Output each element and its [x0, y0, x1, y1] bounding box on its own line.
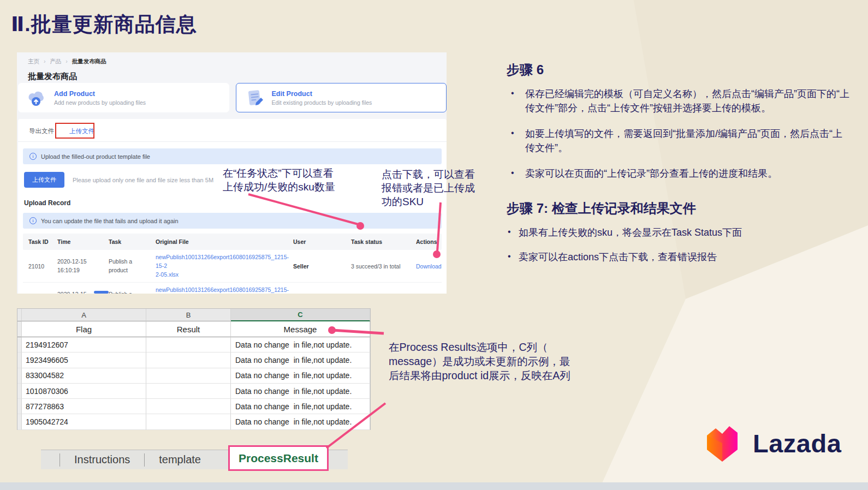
lazada-logo: Lazada	[700, 421, 841, 465]
cell-task: Publish a product	[109, 254, 156, 278]
cell-result[interactable]	[146, 384, 231, 399]
lazada-wordmark: Lazada	[753, 428, 841, 458]
cell-file-link[interactable]: newPublish100131266export1608016925875_1…	[156, 250, 293, 282]
row-header-gutter	[17, 337, 22, 352]
tab-export-file[interactable]: 导出文件	[29, 127, 54, 141]
row-header-gutter	[17, 384, 22, 399]
sheet-tab-instructions[interactable]: Instructions	[60, 453, 144, 466]
bullet: 保存已经编辑完的模板（可自定义名称），然后点击“编辑产品”页面下的“上传文件”部…	[507, 87, 851, 115]
column-letter-b[interactable]: B	[146, 309, 231, 321]
cell-flag[interactable]: 2194912607	[22, 337, 146, 352]
info-banner-template: i Upload the filled-out product template…	[23, 148, 442, 164]
bullet: 如果有上传失败的sku，将会显示在Task Status下面	[507, 226, 851, 240]
breadcrumb-current: 批量发布商品	[72, 58, 106, 64]
column-letter-a[interactable]: A	[22, 309, 146, 321]
breadcrumb-home[interactable]: 主页	[28, 58, 39, 64]
cell-file-link[interactable]: newPublish100131266export1608016925875_1…	[156, 283, 293, 294]
column-letters-row: A B C	[17, 309, 370, 321]
page-title: 批量发布商品	[28, 71, 447, 82]
table-header-row: Task ID Time Task Original File User Tas…	[23, 234, 442, 250]
upload-file-button[interactable]: 上传文件	[24, 172, 64, 188]
lazada-heart-icon	[700, 421, 744, 465]
cell-flag[interactable]: 1010870306	[22, 384, 146, 399]
sheet-row: 1010870306 Data no change in file,not up…	[17, 384, 370, 399]
info-banner-retry: i You can update the file that fails and…	[23, 213, 442, 229]
annotation-download: 点击下载，可以查看 报错或者是已上传成 功的SKU	[382, 168, 483, 208]
info-banner-text: You can update the file that fails and u…	[41, 218, 179, 224]
row-header-gutter	[17, 399, 22, 414]
cell-message[interactable]: Data no change in file,not update.	[231, 337, 370, 352]
breadcrumb: 主页 › 产品 › 批量发布商品	[17, 52, 447, 65]
cell-message[interactable]: Data no change in file,not update.	[231, 352, 370, 368]
cell-result[interactable]	[146, 368, 231, 384]
breadcrumb-products[interactable]: 产品	[50, 58, 61, 64]
col-original-file: Original File	[156, 238, 293, 245]
cell-message[interactable]: Data no change in file,not update.	[231, 399, 370, 414]
add-product-subtitle: Add new products by uploading files	[54, 99, 146, 106]
edit-product-title: Edit Product	[272, 90, 372, 98]
info-icon: i	[29, 217, 37, 224]
edit-product-subtitle: Edit existing products by uploading file…	[272, 99, 372, 106]
slide: Ⅱ.批量更新商品信息 主页 › 产品 › 批量发布商品 批量发布商品 Add P…	[0, 0, 868, 490]
cell-message[interactable]: Data no change in file,not update.	[231, 384, 370, 399]
cell-message[interactable]: Data no change in file,not update.	[231, 368, 370, 384]
row-header-gutter	[17, 321, 22, 337]
highlight-box-upload-tab	[55, 123, 94, 139]
upload-hint: Please upload only one file and file siz…	[73, 177, 213, 183]
cell-flag[interactable]: 833004582	[22, 368, 146, 384]
sheet-tab-bar: Instructions template ProcessResult	[41, 450, 348, 469]
column-letter-c[interactable]: C	[231, 309, 370, 321]
slide-title: Ⅱ.批量更新商品信息	[11, 11, 197, 38]
step-7-heading: 步骤 7: 检查上传记录和结果文件	[507, 200, 851, 217]
download-link[interactable]: Download	[416, 263, 442, 270]
step-6-heading: 步骤 6	[507, 61, 851, 79]
cell-flag[interactable]: 1923496605	[22, 352, 146, 368]
table-row: 21009 2020-12-15 15:58:23 Publish a prod…	[23, 283, 442, 294]
cell-result[interactable]	[146, 414, 231, 429]
row-header-gutter	[17, 414, 22, 429]
info-icon: i	[29, 153, 37, 160]
cell-result[interactable]	[146, 352, 231, 368]
add-product-title: Add Product	[54, 90, 146, 98]
col-actions: Actions	[416, 238, 442, 245]
edit-product-card[interactable]: Edit Product Edit existing products by u…	[236, 83, 447, 112]
table-row: 21010 2020-12-15 16:10:19 Publish a prod…	[23, 250, 442, 283]
cell-flag[interactable]: 877278863	[22, 399, 146, 414]
add-product-card[interactable]: Add Product Add new products by uploadin…	[18, 83, 229, 112]
cloud-upload-icon	[27, 88, 47, 107]
breadcrumb-separator: ›	[44, 58, 46, 64]
row-header-gutter	[17, 352, 22, 368]
bullet: 卖家可以在actions下点击下载，查看错误报告	[507, 250, 851, 265]
upload-record-table: Task ID Time Task Original File User Tas…	[23, 234, 442, 294]
horizontal-scrollbar[interactable]	[94, 291, 109, 294]
sheet-row: 1923496605 Data no change in file,not up…	[17, 352, 370, 368]
header-result[interactable]: Result	[146, 321, 231, 337]
cell-message[interactable]: Data no change in file,not update.	[231, 414, 370, 429]
info-banner-text: Upload the filled-out product template f…	[41, 153, 150, 160]
col-task-id: Task ID	[28, 238, 57, 245]
sheet-header-row: Flag Result Message	[17, 321, 370, 337]
header-message[interactable]: Message	[231, 321, 370, 337]
cell-user: Seller	[293, 263, 351, 270]
sheet-row: 833004582 Data no change in file,not upd…	[17, 368, 370, 384]
row-header-gutter	[17, 309, 22, 321]
sheet-row: 2194912607 Data no change in file,not up…	[17, 337, 370, 352]
col-task-status: Task status	[351, 238, 416, 245]
step-6-bullets: 保存已经编辑完的模板（可自定义名称），然后点击“编辑产品”页面下的“上传文件”部…	[507, 87, 851, 181]
sheet-tab-template[interactable]: template	[145, 453, 215, 466]
breadcrumb-separator: ›	[66, 58, 68, 64]
cell-task-id: 21010	[28, 263, 57, 270]
cell-time: 2020-12-15 16:10:19	[57, 254, 109, 278]
sheet-row: 877278863 Data no change in file,not upd…	[17, 399, 370, 414]
steps-column: 步骤 6 保存已经编辑完的模板（可自定义名称），然后点击“编辑产品”页面下的“上…	[507, 61, 851, 276]
cell-result[interactable]	[146, 337, 231, 352]
cell-flag[interactable]: 1905042724	[22, 414, 146, 429]
col-task: Task	[109, 238, 156, 245]
cell-result[interactable]	[146, 399, 231, 414]
header-flag[interactable]: Flag	[22, 321, 146, 337]
col-time: Time	[57, 238, 109, 245]
sheet-tab-processresult[interactable]: ProcessResult	[228, 445, 329, 471]
bottom-strip	[0, 482, 868, 490]
annotation-task-status: 在“任务状态”下可以查看 上传成功/失败的sku数量	[223, 166, 354, 194]
row-header-gutter	[17, 368, 22, 384]
